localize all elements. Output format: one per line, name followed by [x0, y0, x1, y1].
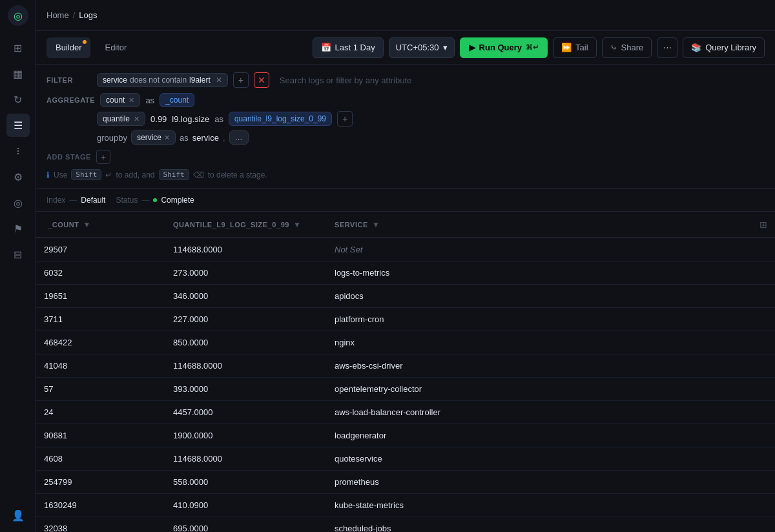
- add-stage-label: ADD STAGE: [46, 153, 91, 161]
- table-row[interactable]: 3711227.0000platform-cron: [36, 307, 775, 331]
- table-row[interactable]: 41048114688.0000aws-ebs-csi-driver: [36, 354, 775, 377]
- cell-count: 90681: [36, 424, 165, 447]
- breadcrumb-current: Logs: [79, 10, 97, 20]
- cell-quantile: 4457.0000: [165, 400, 327, 424]
- editor-tab[interactable]: Editor: [96, 37, 136, 58]
- table-row[interactable]: 1630249410.0900kube-state-metrics: [36, 493, 775, 517]
- index-value: Default: [81, 196, 105, 205]
- sidebar-item-user[interactable]: 👤: [6, 504, 30, 527]
- cell-service: kube-state-metrics: [327, 493, 775, 517]
- library-icon: 📚: [691, 43, 701, 52]
- aggregate-count-pill[interactable]: count ✕: [100, 93, 140, 107]
- cell-count: 4608: [36, 447, 165, 470]
- table-row[interactable]: 244457.0000aws-load-balancer-controller: [36, 400, 775, 424]
- aggregate-quantile-pill[interactable]: quantile ✕: [97, 112, 145, 126]
- table-row[interactable]: 4608114688.0000quoteservice: [36, 447, 775, 470]
- status-item: Status — Complete: [116, 196, 194, 205]
- cell-quantile: 114688.0000: [165, 447, 327, 470]
- groupby-as-keyword: as: [180, 133, 189, 143]
- builder-tab[interactable]: Builder: [46, 37, 90, 58]
- run-query-button[interactable]: ▶ Run Query ⌘↵: [460, 37, 548, 58]
- groupby-alias: service: [192, 133, 219, 143]
- groupby-remove-button[interactable]: ✕: [164, 134, 170, 142]
- aggregate-as-keyword: as: [145, 96, 154, 105]
- share-button[interactable]: ⤷ Share: [602, 37, 652, 58]
- cell-service: loadgenerator: [327, 424, 775, 447]
- run-shortcut: ⌘↵: [526, 43, 539, 52]
- table-row[interactable]: 19651346.0000apidocs: [36, 284, 775, 307]
- add-stage-row: ADD STAGE +: [46, 150, 765, 164]
- aggregate-count-remove[interactable]: ✕: [127, 96, 134, 105]
- filter-service-pill[interactable]: service does not contain l9alert ✕: [97, 73, 228, 87]
- cell-service: aws-ebs-csi-driver: [327, 354, 775, 377]
- sidebar-item-radio[interactable]: ◎: [6, 191, 30, 214]
- index-sep: —: [69, 196, 77, 205]
- shift-add-key: Shift: [71, 169, 101, 180]
- table-row[interactable]: 468422850.0000nginx: [36, 331, 775, 354]
- cell-service: prometheus: [327, 470, 775, 493]
- cell-service: scheduled-jobs: [327, 517, 775, 532]
- table-row[interactable]: 906811900.0000loadgenerator: [36, 424, 775, 447]
- aggregate-quantile-remove[interactable]: ✕: [132, 115, 140, 123]
- table-row[interactable]: 254799558.0000prometheus: [36, 470, 775, 493]
- sidebar-item-alert[interactable]: ⚑: [6, 217, 30, 240]
- filter-remove-button[interactable]: ✕: [213, 76, 222, 84]
- status-dot: [153, 198, 157, 202]
- cell-quantile: 695.0000: [165, 517, 327, 532]
- breadcrumb-home[interactable]: Home: [46, 10, 69, 20]
- quantile-num: 0.99: [150, 114, 167, 124]
- sidebar-item-filter[interactable]: ⫶: [6, 139, 30, 163]
- table-row[interactable]: 57393.0000opentelemetry-collector: [36, 377, 775, 400]
- quantile-filter-icon[interactable]: ▼: [293, 220, 301, 229]
- index-label: Index: [46, 196, 65, 205]
- results-table-container[interactable]: _COUNT ▼ QUANTILE_L9_LOG_SIZE_0_99 ▼: [36, 212, 775, 532]
- info-icon: ℹ: [46, 170, 50, 179]
- service-filter-icon[interactable]: ▼: [372, 220, 380, 229]
- table-row[interactable]: 29507114688.0000Not Set: [36, 238, 775, 261]
- cell-quantile: 558.0000: [165, 470, 327, 493]
- more-options-button[interactable]: ⋯: [657, 37, 677, 58]
- toolbar: Builder Editor 📅 Last 1 Day UTC+05:30 ▾ …: [36, 31, 775, 65]
- cell-service: quoteservice: [327, 447, 775, 470]
- count-filter-icon[interactable]: ▼: [83, 220, 91, 229]
- cell-service: platform-cron: [327, 307, 775, 331]
- groupby-service-pill[interactable]: service ✕: [131, 130, 176, 145]
- timezone-button[interactable]: UTC+05:30 ▾: [389, 37, 455, 58]
- cell-count: 41048: [36, 354, 165, 377]
- delete-icon: ⌫: [193, 170, 204, 179]
- sidebar: ◎ ⊞ ▦ ↻ ☰ ⫶ ⚙ ◎ ⚑ ⊟ 👤: [0, 0, 36, 532]
- tail-icon: ⏩: [561, 43, 572, 52]
- aggregate-add-button[interactable]: +: [337, 111, 353, 127]
- status-value: Complete: [161, 196, 194, 205]
- sidebar-item-dashboard[interactable]: ▦: [6, 62, 30, 85]
- main-content: Home / Logs Builder Editor 📅 Last 1 Day …: [36, 0, 775, 532]
- sidebar-item-settings[interactable]: ⚙: [6, 165, 30, 189]
- add-stage-button[interactable]: +: [96, 150, 110, 164]
- table-row[interactable]: 32038695.0000scheduled-jobs: [36, 517, 775, 532]
- sidebar-item-sliders[interactable]: ⊟: [6, 243, 30, 266]
- more-fields-button[interactable]: …: [229, 130, 249, 145]
- breadcrumb-separator: /: [73, 10, 76, 20]
- table-row[interactable]: 6032273.0000logs-to-metrics: [36, 261, 775, 284]
- column-action-button[interactable]: ⊞: [760, 220, 767, 230]
- column-header-count: _COUNT ▼: [36, 212, 165, 238]
- query-area: FILTER service does not contain l9alert …: [36, 65, 775, 189]
- cell-quantile: 114688.0000: [165, 238, 327, 261]
- table-body: 29507114688.0000Not Set6032273.0000logs-…: [36, 238, 775, 532]
- tail-button[interactable]: ⏩ Tail: [553, 37, 597, 58]
- query-library-button[interactable]: 📚 Query Library: [683, 37, 765, 58]
- column-header-service: SERVICE ▼ ⊞: [327, 212, 775, 238]
- cell-quantile: 227.0000: [165, 307, 327, 331]
- sidebar-item-logs[interactable]: ☰: [6, 114, 30, 137]
- sidebar-item-chart[interactable]: ↻: [6, 88, 30, 111]
- sidebar-item-grid[interactable]: ⊞: [6, 36, 30, 59]
- filter-search-placeholder[interactable]: Search logs or filter by any attribute: [274, 76, 417, 85]
- cell-count: 468422: [36, 331, 165, 354]
- remove-filter-button[interactable]: ✕: [254, 72, 269, 88]
- time-range-button[interactable]: 📅 Last 1 Day: [313, 37, 384, 58]
- add-filter-button[interactable]: +: [233, 72, 249, 88]
- cell-service: apidocs: [327, 284, 775, 307]
- aggregate-count-alias: _count: [160, 93, 194, 107]
- cell-service: nginx: [327, 331, 775, 354]
- cell-count: 29507: [36, 238, 165, 261]
